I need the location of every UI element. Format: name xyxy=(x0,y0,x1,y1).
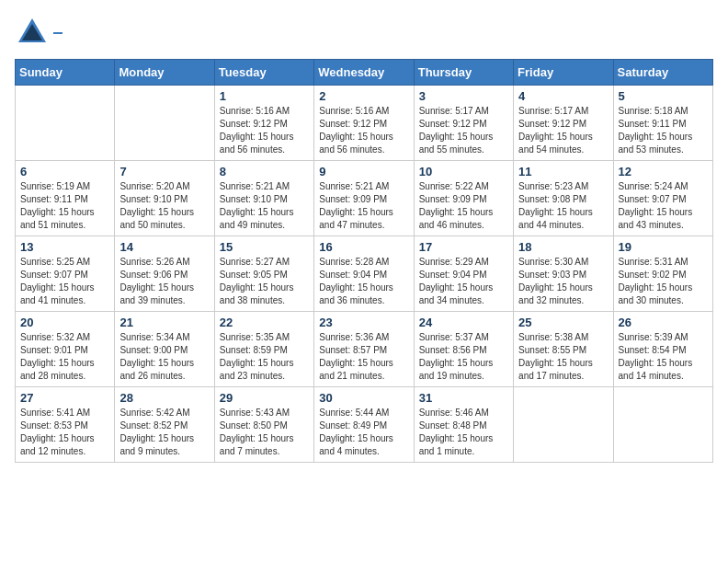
day-number: 11 xyxy=(518,165,608,178)
cell-content: Sunrise: 5:36 AM Sunset: 8:57 PM Dayligh… xyxy=(319,331,408,383)
calendar-cell: 24Sunrise: 5:37 AM Sunset: 8:56 PM Dayli… xyxy=(414,312,513,387)
cell-content: Sunrise: 5:16 AM Sunset: 9:12 PM Dayligh… xyxy=(319,105,408,156)
day-number: 8 xyxy=(220,165,309,178)
cell-content: Sunrise: 5:18 AM Sunset: 9:11 PM Dayligh… xyxy=(619,105,708,156)
cell-content: Sunrise: 5:44 AM Sunset: 8:49 PM Dayligh… xyxy=(319,407,408,458)
calendar-cell: 4Sunrise: 5:17 AM Sunset: 9:12 PM Daylig… xyxy=(514,86,613,161)
calendar-cell: 25Sunrise: 5:38 AM Sunset: 8:55 PM Dayli… xyxy=(514,312,613,387)
day-number: 13 xyxy=(20,240,109,254)
day-number: 20 xyxy=(20,316,109,329)
cell-content: Sunrise: 5:26 AM Sunset: 9:06 PM Dayligh… xyxy=(119,256,209,307)
calendar-cell: 28Sunrise: 5:42 AM Sunset: 8:52 PM Dayli… xyxy=(115,387,214,463)
day-number: 14 xyxy=(119,240,209,254)
cell-content: Sunrise: 5:31 AM Sunset: 9:02 PM Dayligh… xyxy=(619,256,708,307)
calendar-cell: 6Sunrise: 5:19 AM Sunset: 9:11 PM Daylig… xyxy=(16,161,115,236)
logo xyxy=(15,15,63,50)
cell-content: Sunrise: 5:24 AM Sunset: 9:07 PM Dayligh… xyxy=(619,180,708,232)
calendar-cell: 9Sunrise: 5:21 AM Sunset: 9:09 PM Daylig… xyxy=(314,161,414,236)
cell-content: Sunrise: 5:32 AM Sunset: 9:01 PM Dayligh… xyxy=(20,331,109,383)
calendar-week-row: 6Sunrise: 5:19 AM Sunset: 9:11 PM Daylig… xyxy=(16,161,713,236)
calendar-cell: 10Sunrise: 5:22 AM Sunset: 9:09 PM Dayli… xyxy=(414,161,513,236)
day-number: 30 xyxy=(319,391,408,405)
calendar-cell: 7Sunrise: 5:20 AM Sunset: 9:10 PM Daylig… xyxy=(115,161,214,236)
calendar-cell: 30Sunrise: 5:44 AM Sunset: 8:49 PM Dayli… xyxy=(314,387,414,463)
day-number: 6 xyxy=(20,165,109,178)
calendar-cell: 26Sunrise: 5:39 AM Sunset: 8:54 PM Dayli… xyxy=(613,312,712,387)
cell-content: Sunrise: 5:16 AM Sunset: 9:12 PM Dayligh… xyxy=(220,105,309,156)
day-number: 31 xyxy=(419,391,508,405)
calendar-cell: 22Sunrise: 5:35 AM Sunset: 8:59 PM Dayli… xyxy=(214,312,313,387)
calendar-cell xyxy=(16,86,115,161)
calendar-cell: 29Sunrise: 5:43 AM Sunset: 8:50 PM Dayli… xyxy=(214,387,313,463)
cell-content: Sunrise: 5:35 AM Sunset: 8:59 PM Dayligh… xyxy=(220,331,309,383)
calendar-cell: 27Sunrise: 5:41 AM Sunset: 8:53 PM Dayli… xyxy=(16,387,115,463)
cell-content: Sunrise: 5:17 AM Sunset: 9:12 PM Dayligh… xyxy=(419,105,508,156)
day-number: 19 xyxy=(619,240,708,254)
calendar-cell: 8Sunrise: 5:21 AM Sunset: 9:10 PM Daylig… xyxy=(214,161,313,236)
calendar-cell: 21Sunrise: 5:34 AM Sunset: 9:00 PM Dayli… xyxy=(115,312,214,387)
day-number: 4 xyxy=(518,89,608,103)
calendar-cell: 1Sunrise: 5:16 AM Sunset: 9:12 PM Daylig… xyxy=(214,86,313,161)
day-number: 1 xyxy=(220,89,309,103)
calendar-cell: 18Sunrise: 5:30 AM Sunset: 9:03 PM Dayli… xyxy=(514,236,613,312)
calendar-cell: 11Sunrise: 5:23 AM Sunset: 9:08 PM Dayli… xyxy=(514,161,613,236)
calendar-cell: 5Sunrise: 5:18 AM Sunset: 9:11 PM Daylig… xyxy=(613,86,712,161)
weekday-header: Thursday xyxy=(414,60,513,86)
day-number: 2 xyxy=(319,89,408,103)
cell-content: Sunrise: 5:39 AM Sunset: 8:54 PM Dayligh… xyxy=(619,331,708,383)
day-number: 10 xyxy=(419,165,508,178)
calendar-cell: 12Sunrise: 5:24 AM Sunset: 9:07 PM Dayli… xyxy=(613,161,712,236)
day-number: 23 xyxy=(319,316,408,329)
calendar-header-row: SundayMondayTuesdayWednesdayThursdayFrid… xyxy=(16,60,713,86)
cell-content: Sunrise: 5:25 AM Sunset: 9:07 PM Dayligh… xyxy=(20,256,109,307)
calendar-cell: 2Sunrise: 5:16 AM Sunset: 9:12 PM Daylig… xyxy=(314,86,414,161)
calendar-cell xyxy=(514,387,613,463)
cell-content: Sunrise: 5:22 AM Sunset: 9:09 PM Dayligh… xyxy=(419,180,508,232)
weekday-header: Friday xyxy=(514,60,613,86)
day-number: 21 xyxy=(119,316,209,329)
calendar-week-row: 13Sunrise: 5:25 AM Sunset: 9:07 PM Dayli… xyxy=(16,236,713,312)
day-number: 29 xyxy=(220,391,309,405)
page-header xyxy=(15,15,713,50)
cell-content: Sunrise: 5:37 AM Sunset: 8:56 PM Dayligh… xyxy=(419,331,508,383)
calendar-cell: 20Sunrise: 5:32 AM Sunset: 9:01 PM Dayli… xyxy=(16,312,115,387)
day-number: 17 xyxy=(419,240,508,254)
calendar-table: SundayMondayTuesdayWednesdayThursdayFrid… xyxy=(15,59,713,463)
cell-content: Sunrise: 5:43 AM Sunset: 8:50 PM Dayligh… xyxy=(220,407,309,458)
day-number: 12 xyxy=(619,165,708,178)
cell-content: Sunrise: 5:46 AM Sunset: 8:48 PM Dayligh… xyxy=(419,407,508,458)
day-number: 22 xyxy=(220,316,309,329)
day-number: 25 xyxy=(518,316,608,329)
day-number: 27 xyxy=(20,391,109,405)
cell-content: Sunrise: 5:27 AM Sunset: 9:05 PM Dayligh… xyxy=(220,256,309,307)
cell-content: Sunrise: 5:42 AM Sunset: 8:52 PM Dayligh… xyxy=(119,407,209,458)
day-number: 3 xyxy=(419,89,508,103)
logo-icon xyxy=(15,15,50,50)
cell-content: Sunrise: 5:34 AM Sunset: 9:00 PM Dayligh… xyxy=(119,331,209,383)
calendar-cell: 23Sunrise: 5:36 AM Sunset: 8:57 PM Dayli… xyxy=(314,312,414,387)
cell-content: Sunrise: 5:41 AM Sunset: 8:53 PM Dayligh… xyxy=(20,407,109,458)
cell-content: Sunrise: 5:20 AM Sunset: 9:10 PM Dayligh… xyxy=(119,180,209,232)
weekday-header: Monday xyxy=(115,60,214,86)
cell-content: Sunrise: 5:30 AM Sunset: 9:03 PM Dayligh… xyxy=(518,256,608,307)
day-number: 18 xyxy=(518,240,608,254)
cell-content: Sunrise: 5:23 AM Sunset: 9:08 PM Dayligh… xyxy=(518,180,608,232)
cell-content: Sunrise: 5:19 AM Sunset: 9:11 PM Dayligh… xyxy=(20,180,109,232)
calendar-cell: 19Sunrise: 5:31 AM Sunset: 9:02 PM Dayli… xyxy=(613,236,712,312)
day-number: 16 xyxy=(319,240,408,254)
cell-content: Sunrise: 5:21 AM Sunset: 9:09 PM Dayligh… xyxy=(319,180,408,232)
weekday-header: Tuesday xyxy=(214,60,313,86)
day-number: 28 xyxy=(119,391,209,405)
calendar-cell: 16Sunrise: 5:28 AM Sunset: 9:04 PM Dayli… xyxy=(314,236,414,312)
cell-content: Sunrise: 5:28 AM Sunset: 9:04 PM Dayligh… xyxy=(319,256,408,307)
day-number: 24 xyxy=(419,316,508,329)
calendar-cell: 17Sunrise: 5:29 AM Sunset: 9:04 PM Dayli… xyxy=(414,236,513,312)
cell-content: Sunrise: 5:17 AM Sunset: 9:12 PM Dayligh… xyxy=(518,105,608,156)
logo-blue-text xyxy=(53,32,63,34)
calendar-cell xyxy=(115,86,214,161)
day-number: 15 xyxy=(220,240,309,254)
day-number: 9 xyxy=(319,165,408,178)
weekday-header: Sunday xyxy=(16,60,115,86)
calendar-cell: 13Sunrise: 5:25 AM Sunset: 9:07 PM Dayli… xyxy=(16,236,115,312)
calendar-cell: 31Sunrise: 5:46 AM Sunset: 8:48 PM Dayli… xyxy=(414,387,513,463)
